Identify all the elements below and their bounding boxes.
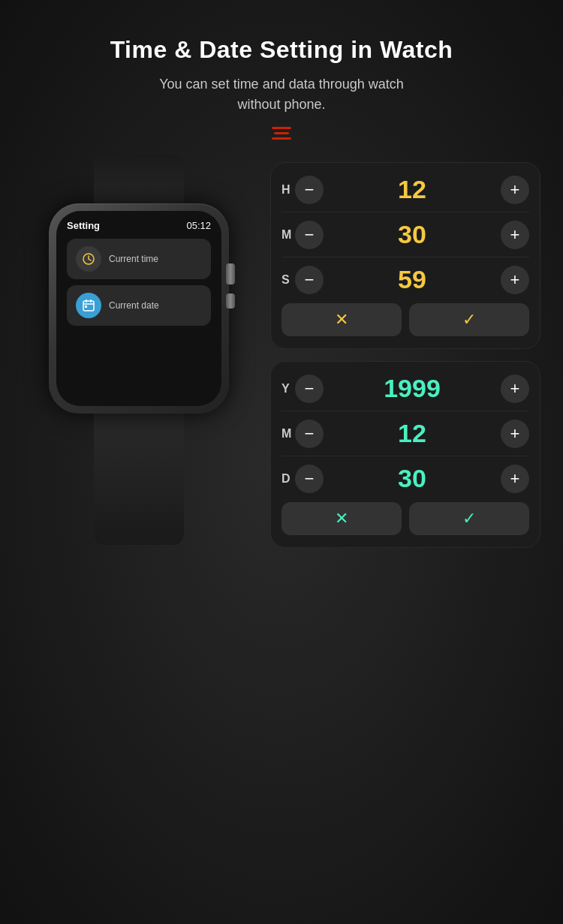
minute-value: 30: [324, 220, 501, 249]
panels-container: H − 12 + M − 30 + S − 59: [270, 162, 540, 548]
year-value: 1999: [324, 374, 501, 403]
time-setting-panel: H − 12 + M − 30 + S − 59: [270, 162, 540, 349]
date-month-label: M: [282, 427, 295, 441]
year-increment-button[interactable]: +: [501, 375, 529, 403]
watch-body: Setting 05:12 Current time: [34, 155, 244, 545]
date-divider-2: [282, 456, 529, 456]
second-value: 59: [324, 265, 501, 294]
menu-line-3: [272, 137, 291, 140]
time-divider-2: [282, 257, 529, 257]
date-panel-actions: ✕ ✓: [282, 502, 529, 535]
strap-bottom: [94, 410, 184, 545]
time-cancel-button[interactable]: ✕: [282, 303, 402, 336]
watch-menu-item-time[interactable]: Current time: [67, 239, 211, 279]
date-menu-icon: [76, 293, 101, 318]
hour-decrement-button[interactable]: −: [295, 176, 324, 204]
year-row: Y − 1999 +: [282, 374, 529, 403]
date-divider-1: [282, 411, 529, 411]
menu-line-2: [274, 132, 289, 134]
date-month-row: M − 12 +: [282, 419, 529, 448]
date-month-decrement-button[interactable]: −: [295, 420, 324, 448]
calendar-icon: [82, 299, 95, 312]
date-month-value: 12: [324, 419, 501, 448]
date-month-increment-button[interactable]: +: [501, 420, 529, 448]
hour-value: 12: [324, 175, 501, 204]
date-setting-panel: Y − 1999 + M − 12 + D − 30: [270, 361, 540, 548]
page-title: Time & Date Setting in Watch: [110, 36, 453, 64]
watch-menu-time-label: Current time: [109, 254, 158, 264]
day-row: D − 30 +: [282, 464, 529, 493]
menu-icon-container: [272, 127, 291, 140]
watch-menu-date-label: Current date: [109, 300, 159, 311]
hour-row: H − 12 +: [282, 175, 529, 204]
clock-icon: [82, 252, 95, 266]
date-cancel-button[interactable]: ✕: [282, 502, 402, 535]
main-content: Setting 05:12 Current time: [0, 155, 563, 548]
time-divider-1: [282, 212, 529, 212]
time-confirm-button[interactable]: ✓: [409, 303, 529, 336]
time-menu-icon: [76, 246, 101, 272]
svg-rect-5: [85, 305, 87, 308]
day-increment-button[interactable]: +: [501, 465, 529, 493]
time-panel-actions: ✕ ✓: [282, 303, 529, 336]
page-container: Time & Date Setting in Watch You can set…: [0, 0, 563, 924]
minute-row: M − 30 +: [282, 220, 529, 249]
second-decrement-button[interactable]: −: [295, 266, 324, 294]
day-value: 30: [324, 464, 501, 493]
watch-container: Setting 05:12 Current time: [23, 155, 255, 545]
crown-button-top[interactable]: [226, 263, 235, 284]
watch-case: Setting 05:12 Current time: [49, 203, 229, 414]
day-decrement-button[interactable]: −: [295, 465, 324, 493]
minute-label: M: [282, 228, 295, 242]
watch-screen: Setting 05:12 Current time: [56, 211, 221, 406]
minute-decrement-button[interactable]: −: [295, 221, 324, 249]
watch-setting-label: Setting: [67, 220, 100, 231]
second-increment-button[interactable]: +: [501, 266, 529, 294]
hour-increment-button[interactable]: +: [501, 176, 529, 204]
date-confirm-button[interactable]: ✓: [409, 502, 529, 535]
minute-increment-button[interactable]: +: [501, 221, 529, 249]
hamburger-icon: [272, 127, 291, 140]
watch-screen-header: Setting 05:12: [67, 220, 211, 231]
menu-line-1: [272, 127, 291, 129]
page-subtitle: You can set time and data through watchw…: [110, 74, 453, 115]
watch-current-time: 05:12: [186, 220, 211, 231]
second-row: S − 59 +: [282, 265, 529, 294]
second-label: S: [282, 273, 295, 287]
hour-label: H: [282, 183, 295, 197]
page-header: Time & Date Setting in Watch You can set…: [110, 0, 453, 115]
day-label: D: [282, 472, 295, 486]
crown-button-mid[interactable]: [226, 293, 235, 309]
year-label: Y: [282, 382, 295, 396]
watch-menu-item-date[interactable]: Current date: [67, 285, 211, 326]
year-decrement-button[interactable]: −: [295, 375, 324, 403]
